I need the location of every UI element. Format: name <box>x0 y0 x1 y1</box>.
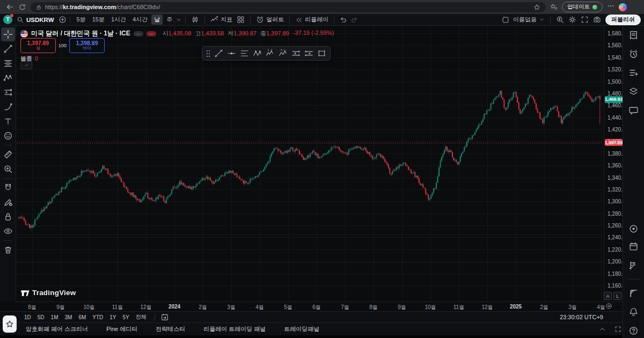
calendar-icon[interactable] <box>628 241 639 252</box>
buy-button[interactable]: 1,398.89바이 <box>69 38 105 53</box>
favorite-drawings-button[interactable] <box>3 315 17 333</box>
legend-collapse-button[interactable] <box>20 61 32 69</box>
clock[interactable]: 23:30:02 UTC+9 <box>560 314 603 320</box>
panel-tab[interactable]: 암호화폐 페어 스크리너 <box>26 325 88 333</box>
chart-style-button[interactable] <box>189 14 201 25</box>
ruler-tool-icon[interactable] <box>1 148 15 161</box>
tradingview-logo[interactable]: TradingView <box>20 288 76 297</box>
magnet-tool-icon[interactable] <box>1 181 15 195</box>
floating-drawing-toolbar[interactable]: 13 AC <box>202 46 331 61</box>
help-icon[interactable] <box>628 326 639 336</box>
short-position-icon[interactable] <box>304 49 313 58</box>
notifications-bell-icon[interactable] <box>628 307 639 317</box>
price-axis[interactable]: 1,469.92 1,397.89 A L 1,580.001,560.001,… <box>604 26 623 302</box>
brush-tool-icon[interactable] <box>1 100 15 114</box>
sell-button[interactable]: 1,397.89셀 <box>20 38 56 53</box>
alerts-panel-icon[interactable] <box>628 49 639 59</box>
hotlist-icon[interactable] <box>628 68 639 78</box>
range-button[interactable]: 1Y <box>107 313 119 321</box>
drag-handle-icon[interactable] <box>206 50 210 57</box>
elliott-wave-icon[interactable]: 13 <box>266 49 275 58</box>
projection-tool-icon[interactable] <box>1 85 15 99</box>
quantity-value[interactable]: 100 <box>58 43 67 48</box>
publish-button[interactable]: 퍼블리쉬 <box>605 14 641 25</box>
redo-icon[interactable] <box>349 16 360 24</box>
trendline-icon[interactable] <box>214 49 223 58</box>
panel-tab[interactable]: 전략테스터 <box>156 325 185 333</box>
data-mode-badge[interactable]: — <box>134 31 143 36</box>
panel-tab[interactable]: Pine 에디터 <box>106 325 137 333</box>
panel-tab[interactable]: 리플레이 트레이딩 패널 <box>203 325 266 333</box>
fib-retracement-tool-icon[interactable] <box>1 56 15 70</box>
undo-icon[interactable] <box>338 16 349 24</box>
range-button[interactable]: 1M <box>48 313 61 321</box>
layout-chevron-icon[interactable] <box>539 17 545 23</box>
timeframe-button[interactable]: 날 <box>151 14 163 25</box>
drawing-lock-tool-icon[interactable] <box>1 195 15 209</box>
chart-legend[interactable]: 미국 달러 / 대한민국 원 · 1날 · ICE — — 시1,435.08 … <box>20 29 334 38</box>
symbol-search-icon[interactable] <box>17 16 24 24</box>
timeframe-button[interactable]: 5분 <box>74 14 89 25</box>
watchlist-icon[interactable] <box>628 30 639 40</box>
alert-button[interactable]: 얼러트 <box>254 14 286 25</box>
range-button[interactable]: YTD <box>90 313 106 321</box>
trendline-tool-icon[interactable] <box>1 42 15 56</box>
time-axis[interactable]: 8월9월10월11월12월20242월3월4월5월6월7월8월9월10월11월1… <box>16 302 623 312</box>
chart-canvas[interactable] <box>16 26 604 302</box>
range-button[interactable]: 3M <box>62 313 75 321</box>
trash-tool-icon[interactable] <box>1 243 15 257</box>
range-button[interactable]: 5D <box>35 313 47 321</box>
quick-search-icon[interactable] <box>554 14 566 25</box>
compare-add-icon[interactable] <box>58 16 67 24</box>
timeframe-button[interactable]: 4시간 <box>130 14 150 25</box>
copilot-icon[interactable] <box>619 3 627 11</box>
timeframe-chevron-icon[interactable] <box>175 17 182 23</box>
panel-expand-icon[interactable] <box>599 326 606 333</box>
range-button[interactable]: 5Y <box>120 313 132 321</box>
browser-refresh-icon[interactable] <box>18 3 26 11</box>
replay-button[interactable]: 리플레이 <box>293 14 331 25</box>
browser-back-icon[interactable] <box>5 3 14 11</box>
layout-name[interactable]: 이름없음 <box>513 16 537 24</box>
pattern-tool-icon[interactable] <box>1 71 15 85</box>
zoom-in-tool-icon[interactable] <box>1 162 15 176</box>
streams-icon[interactable] <box>628 224 639 234</box>
range-button[interactable]: 전체 <box>133 312 149 322</box>
lock-all-tool-icon[interactable] <box>1 210 15 224</box>
long-position-icon[interactable] <box>291 49 301 58</box>
snapshot-camera-icon[interactable] <box>591 14 603 25</box>
auto-scale-button[interactable]: A <box>604 292 612 300</box>
layout-select-checkbox[interactable] <box>502 16 509 24</box>
rectangle-icon[interactable] <box>317 49 326 58</box>
axis-settings-icon[interactable] <box>605 303 612 310</box>
collections-icon[interactable] <box>550 3 558 11</box>
chat-icon[interactable] <box>628 105 639 115</box>
url-bar[interactable]: https://kr.tradingview.com/chart/C68Cl9d… <box>31 2 546 12</box>
settings-gear-icon[interactable] <box>566 14 579 25</box>
timeframe-button[interactable]: 주 <box>164 14 175 25</box>
browser-update-button[interactable]: 업데이트 <box>562 2 603 12</box>
text-tool-icon[interactable] <box>1 114 15 128</box>
hide-all-tool-icon[interactable] <box>1 224 15 238</box>
emoji-tool-icon[interactable] <box>1 129 15 143</box>
bookmark-star-icon[interactable] <box>533 4 540 11</box>
timeframe-button[interactable]: 1시간 <box>108 14 129 25</box>
range-button[interactable]: 6M <box>76 313 89 321</box>
log-scale-button[interactable]: L <box>613 292 621 300</box>
layout-grid-icon[interactable] <box>235 14 247 25</box>
fullscreen-icon[interactable] <box>579 14 591 25</box>
browser-menu-icon[interactable] <box>607 2 614 12</box>
fib-retracement-icon[interactable] <box>240 49 249 58</box>
signal-icon[interactable] <box>628 288 639 298</box>
symbol-title[interactable]: 미국 달러 / 대한민국 원 · 1날 · ICE <box>31 29 130 38</box>
abc-pattern-icon[interactable]: AC <box>279 49 288 58</box>
user-avatar[interactable]: T <box>3 15 12 24</box>
crosshair-tool-icon[interactable] <box>1 27 15 41</box>
indicators-button[interactable]: 지표 <box>208 14 235 25</box>
object-tree-icon[interactable] <box>628 86 639 97</box>
horizontal-line-icon[interactable] <box>227 49 236 58</box>
panel-tab[interactable]: 트레이딩패널 <box>284 325 319 333</box>
range-button[interactable]: 1D <box>21 313 34 321</box>
xabcd-pattern-icon[interactable] <box>253 49 262 58</box>
panel-maximize-icon[interactable] <box>614 326 621 333</box>
